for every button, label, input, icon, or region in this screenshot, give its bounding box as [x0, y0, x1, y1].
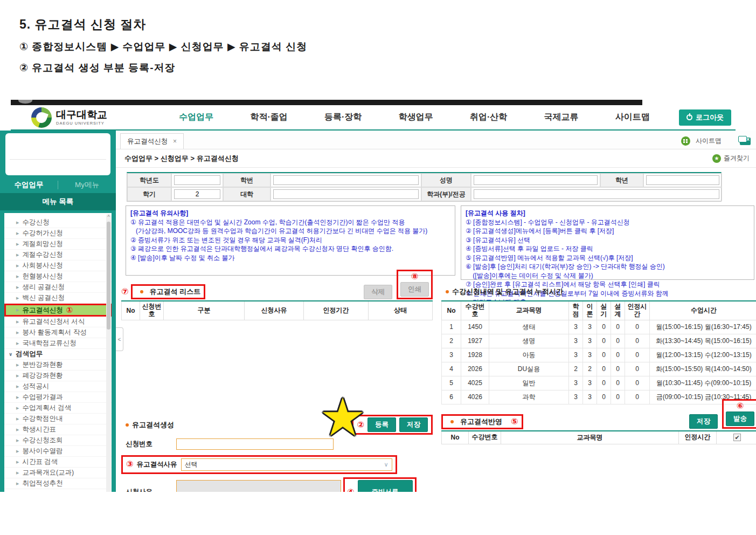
enroll-row[interactable]: 21927생명33000화(13:30~14:45) 목(15:00~16:15…	[442, 334, 756, 348]
arrow-icon: ▶	[16, 363, 19, 367]
register-button[interactable]: 등록	[367, 417, 396, 432]
reflect-save-button[interactable]: 저장	[689, 414, 718, 429]
sidebar-item-syllabus-search[interactable]: ▶수업계획서 검색	[4, 403, 112, 414]
section-bullet-icon	[126, 423, 129, 427]
sidebar-item-credit-guide[interactable]: ▶수강학점안내	[4, 414, 112, 424]
print-button[interactable]: 인쇄	[400, 282, 429, 297]
sidebar-item-service-record[interactable]: ▶봉사이수열람	[4, 446, 112, 457]
student-no-input[interactable]	[273, 175, 419, 185]
label-semester: 학기	[127, 187, 171, 201]
scroll-up-icon[interactable]: ^	[106, 214, 111, 220]
sidebar-item-excused-absence-form[interactable]: ▶유고결석신청서 서식	[4, 317, 112, 327]
sidebar-item-service-plan[interactable]: ▶봉사 활동계획서 작성	[4, 327, 112, 338]
instruction-step-1: ① 종합정보시스템 ▶ 수업업무 ▶ 신청업무 ▶ 유고결석 신청	[19, 40, 307, 54]
reason-textarea[interactable]	[176, 480, 341, 492]
scrollbar-thumb[interactable]	[107, 222, 110, 330]
sidebar-collapse-handle[interactable]: <	[116, 327, 123, 351]
chevron-down-icon: ∨	[384, 461, 388, 468]
year-input[interactable]	[174, 175, 220, 185]
label-reason: 신청사유	[126, 488, 176, 492]
label-student-no: 학번	[223, 173, 271, 187]
dept-input[interactable]	[474, 189, 719, 199]
sidebar-user-box	[5, 133, 110, 175]
window-top-bar	[11, 100, 642, 105]
delete-button[interactable]: 삭제	[364, 285, 392, 299]
college-input[interactable]	[273, 189, 419, 199]
application-no-input[interactable]	[176, 438, 334, 450]
sidebar-item-vaccine-absence[interactable]: ▶백신 공결신청	[4, 293, 112, 304]
nav-item-classwork[interactable]: 수업업무	[179, 112, 213, 123]
send-button[interactable]: 발송	[726, 411, 754, 426]
annotation-1: ①	[66, 306, 73, 314]
application-no-row: 신청번호	[126, 437, 433, 452]
sidebar-item-domestic-credit[interactable]: ▶국내학점교류신청	[4, 338, 112, 349]
sidebar-tab-mymenu[interactable]: My메뉴	[58, 180, 116, 190]
arrow-icon: ▶	[16, 231, 19, 236]
select-all-checkbox[interactable]: ✔	[733, 434, 741, 441]
student-info-form: 학년도 학번 성명 학년 학기 대학 학과(부)/전공	[127, 172, 722, 202]
sitemap-icon[interactable]	[681, 136, 690, 146]
sidebar-item-course-outline[interactable]: ▶교과목개요(교과)	[4, 468, 112, 478]
nav-item-registration[interactable]: 등록·장학	[324, 112, 362, 123]
label-reason-type: 유고결석사유	[137, 460, 181, 469]
sidebar-item-partial[interactable]: ▶취업적성추천	[4, 478, 112, 489]
logo-subtitle: DAEGU UNIVERSITY	[56, 121, 107, 126]
nav-item-records[interactable]: 학적·졸업	[250, 112, 287, 123]
save-button[interactable]: 저장	[399, 417, 428, 432]
app-window: 대구대학교 DAEGU UNIVERSITY 수업업무 학적·졸업 등록·장학 …	[0, 100, 756, 492]
sidebar-item-social-service[interactable]: ▶사회봉사신청	[4, 260, 112, 271]
nav-item-sitemap[interactable]: 사이트맵	[615, 112, 650, 123]
close-icon[interactable]: ×	[173, 138, 177, 145]
label-application-no: 신청번호	[126, 440, 176, 449]
name-input[interactable]	[474, 175, 598, 185]
close-all-windows-icon[interactable]	[740, 138, 751, 145]
menu-list-header: 메뉴 목록	[0, 193, 116, 210]
sidebar-item-eval-results[interactable]: ▶수업평가결과	[4, 392, 112, 403]
sidebar-item-enroll-lookup[interactable]: ▶수강신청조회	[4, 435, 112, 446]
sidebar-item-course-enroll[interactable]: ▶수강신청	[4, 217, 112, 228]
annotation-3: ③	[126, 460, 134, 469]
tab-label: 유고결석신청	[127, 137, 168, 146]
enroll-section-title: 수강신청내역 및 유고결석 누적시간	[452, 287, 563, 297]
enroll-row[interactable]: 54025일반33000월(10:30~11:45) 수(09:00~10:15…	[442, 376, 756, 390]
tab-excused-absence[interactable]: 유고결석신청 ×	[120, 133, 184, 149]
evidence-button[interactable]: 증빙서류	[358, 480, 413, 492]
annotation-box-evidence: ④ 증빙서류	[343, 477, 417, 492]
grade-input[interactable]	[646, 175, 719, 185]
reason-type-select[interactable]: 선택 ∨	[181, 458, 392, 471]
star-icon: ★	[712, 154, 721, 163]
enroll-row[interactable]: 31928아동33000월(12:00~13:15) 수(12:00~13:15…	[442, 348, 756, 362]
enroll-row[interactable]: 64026과학33000금(09:00~10:15) 금(10:30~11:45…	[442, 390, 756, 404]
logo-title: 대구대학교	[56, 109, 107, 120]
sidebar-item-menstrual-absence[interactable]: ▶생리 공결신청	[4, 282, 112, 293]
menu-scrollbar[interactable]: ^	[106, 214, 111, 492]
logout-button[interactable]: 로그아웃	[679, 109, 731, 126]
enroll-row[interactable]: 42026DU실용22000화(15:00~15:50) 목(14:00~14:…	[442, 362, 756, 376]
semester-input[interactable]	[174, 189, 220, 199]
sidebar-item-course-permit[interactable]: ▶수강허가신청	[4, 228, 112, 239]
sidebar-item-student-timetable[interactable]: ▶학생시간표	[4, 424, 112, 435]
sidebar: 수업업무 My메뉴 메뉴 목록 ▶수강신청 ▶수강허가신청 ▶계절희망신청 ▶계…	[0, 131, 116, 492]
sidebar-item-grade-post[interactable]: ▶성적공시	[4, 381, 112, 392]
sidebar-item-section-status[interactable]: ▶분반강좌현황	[4, 360, 112, 371]
create-section-title: 유고결석생성	[132, 420, 174, 430]
sidebar-item-seasonal-hope[interactable]: ▶계절희망신청	[4, 239, 112, 250]
favorite-button[interactable]: ★ 즐겨찾기	[712, 154, 750, 163]
sidebar-item-excused-absence[interactable]: ▶유고결석신청①	[4, 304, 112, 317]
right-column: 수강신청내역 및 유고결석 누적시간 No 수강번호 교과목명 학점 이론	[441, 283, 756, 492]
annotation-8: ⑧	[411, 272, 419, 281]
nav-item-international[interactable]: 국제교류	[544, 112, 579, 123]
annotation-7: ⑦	[121, 287, 129, 296]
sidebar-item-seasonal-enroll[interactable]: ▶계절수강신청	[4, 250, 112, 260]
nav-item-career[interactable]: 취업·산학	[470, 112, 507, 123]
sidebar-item-closed-courses[interactable]: ▶폐강강좌현황	[4, 371, 112, 381]
arrow-icon: ▶	[16, 406, 19, 410]
sidebar-group-search[interactable]: ∨검색업무	[4, 349, 112, 360]
sidebar-tab-classwork[interactable]: 수업업무	[0, 180, 58, 190]
sidebar-item-blood-service[interactable]: ▶헌혈봉사신청	[4, 271, 112, 282]
sidebar-item-timetable-search[interactable]: ▶시간표 검색	[4, 457, 112, 468]
enroll-row[interactable]: 11450생태33000월(15:00~16:15) 월(16:30~17:45…	[442, 320, 756, 334]
reflect-section-header: 유고결석반영 ⑤ 저장 ⑥ 발송	[441, 413, 756, 430]
nav-item-student[interactable]: 학생업무	[399, 112, 433, 123]
arrow-icon: ▶	[16, 482, 19, 486]
